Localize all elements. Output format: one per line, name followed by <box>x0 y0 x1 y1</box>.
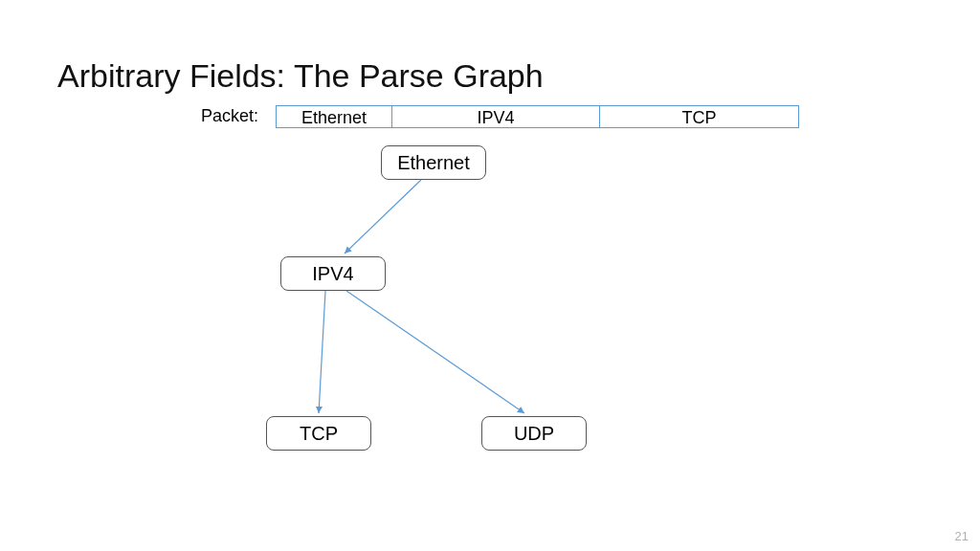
edge-ethernet-ipv4 <box>345 180 421 253</box>
packet-cell-tcp: TCP <box>599 106 798 127</box>
node-ethernet: Ethernet <box>381 145 486 180</box>
slide-title: Arbitrary Fields: The Parse Graph <box>57 57 544 95</box>
edge-ipv4-tcp <box>319 291 325 413</box>
packet-cell-ethernet: Ethernet <box>277 106 391 127</box>
packet-label: Packet: <box>201 106 258 126</box>
packet-row: Ethernet IPV4 TCP <box>276 105 799 128</box>
node-tcp: TCP <box>266 416 371 451</box>
page-number: 21 <box>955 529 969 543</box>
slide: Arbitrary Fields: The Parse Graph Packet… <box>0 0 980 551</box>
node-ipv4: IPV4 <box>280 256 386 291</box>
node-udp: UDP <box>481 416 587 451</box>
edge-ipv4-udp <box>346 291 524 413</box>
packet-cell-ipv4: IPV4 <box>391 106 599 127</box>
